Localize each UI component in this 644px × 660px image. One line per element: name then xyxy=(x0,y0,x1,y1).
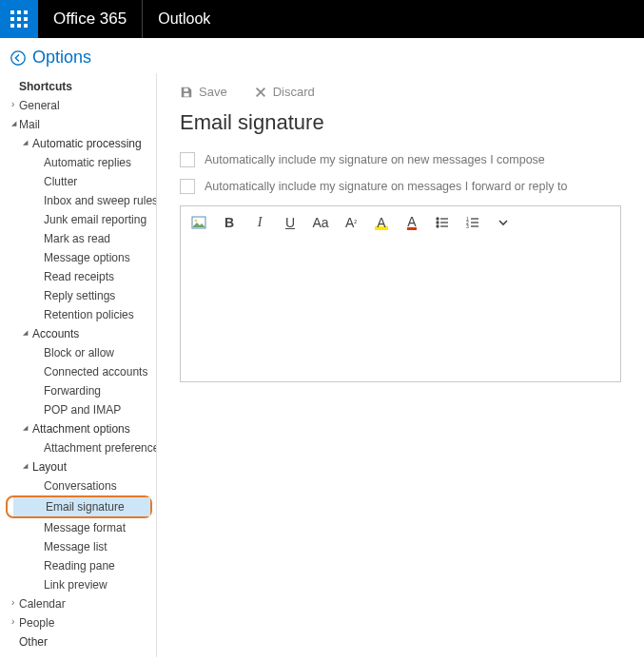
sidebar-junk[interactable]: Junk email reporting xyxy=(11,210,156,229)
checkbox-include-new-label: Automatically include my signature on ne… xyxy=(205,153,545,166)
more-options-button[interactable] xyxy=(495,214,512,231)
options-sidebar: Shortcuts General Mail Automatic process… xyxy=(0,73,157,657)
svg-point-14 xyxy=(437,222,439,223)
sidebar-link-preview[interactable]: Link preview xyxy=(11,575,156,594)
discard-button[interactable]: Discard xyxy=(254,85,315,99)
svg-point-11 xyxy=(195,220,198,223)
sidebar-forwarding[interactable]: Forwarding xyxy=(11,381,156,400)
sidebar-mark-read[interactable]: Mark as read xyxy=(11,229,156,248)
back-arrow-icon xyxy=(10,49,27,67)
checkbox-include-reply[interactable] xyxy=(180,179,195,194)
sidebar-connected-accounts[interactable]: Connected accounts xyxy=(11,362,156,381)
sidebar-auto-replies[interactable]: Automatic replies xyxy=(11,153,156,172)
sidebar-email-signature[interactable]: Email signature xyxy=(13,497,150,516)
app-launcher-icon[interactable] xyxy=(0,0,38,38)
sidebar-message-format[interactable]: Message format xyxy=(11,518,156,537)
svg-rect-5 xyxy=(24,17,28,21)
content-pane: Save Discard Email signature Automatical… xyxy=(157,73,644,657)
save-button[interactable]: Save xyxy=(180,85,227,99)
superscript-button[interactable]: A² xyxy=(342,214,360,231)
svg-text:3: 3 xyxy=(466,223,469,229)
sidebar-message-list[interactable]: Message list xyxy=(11,537,156,556)
back-options[interactable]: Options xyxy=(0,38,644,73)
font-color-button[interactable]: A xyxy=(403,214,420,231)
sidebar-conversations[interactable]: Conversations xyxy=(11,476,156,495)
svg-rect-0 xyxy=(10,10,14,14)
svg-rect-8 xyxy=(24,24,28,28)
sidebar-calendar[interactable]: Calendar xyxy=(11,594,156,613)
options-label: Options xyxy=(32,48,91,68)
checkbox-include-reply-label: Automatically include my signature on me… xyxy=(205,180,567,193)
underline-button[interactable]: U xyxy=(282,214,299,231)
italic-button[interactable]: I xyxy=(251,214,268,231)
save-icon xyxy=(180,86,193,99)
svg-point-16 xyxy=(437,225,439,227)
checkbox-include-new[interactable] xyxy=(180,152,195,167)
sidebar-mail[interactable]: Mail xyxy=(11,115,156,134)
font-size-button[interactable]: Aa xyxy=(312,214,329,231)
bold-button[interactable]: B xyxy=(221,214,238,231)
sidebar-reading-pane[interactable]: Reading pane xyxy=(11,556,156,575)
sidebar-general[interactable]: General xyxy=(11,96,156,115)
sidebar-read-receipts[interactable]: Read receipts xyxy=(11,267,156,286)
svg-rect-2 xyxy=(24,10,28,14)
editor-toolbar: B I U Aa A² A A 123 xyxy=(181,206,620,239)
sidebar-other[interactable]: Other xyxy=(11,632,156,651)
discard-icon xyxy=(254,86,267,99)
sidebar-people[interactable]: People xyxy=(11,613,156,632)
sidebar-layout[interactable]: Layout xyxy=(11,457,156,476)
sidebar-shortcuts[interactable]: Shortcuts xyxy=(11,77,156,96)
app-label: Outlook xyxy=(142,0,225,38)
discard-label: Discard xyxy=(273,85,315,99)
save-label: Save xyxy=(199,85,227,99)
sidebar-retention[interactable]: Retention policies xyxy=(11,305,156,324)
svg-rect-7 xyxy=(17,24,21,28)
sidebar-auto-processing[interactable]: Automatic processing xyxy=(11,134,156,153)
highlight-annotation: Email signature xyxy=(6,495,152,518)
sidebar-accounts[interactable]: Accounts xyxy=(11,324,156,343)
insert-image-icon[interactable] xyxy=(190,214,207,231)
highlight-button[interactable]: A xyxy=(373,214,390,231)
sidebar-reply-settings[interactable]: Reply settings xyxy=(11,286,156,305)
svg-rect-6 xyxy=(10,24,14,28)
bullet-list-button[interactable] xyxy=(434,214,451,231)
svg-rect-4 xyxy=(17,17,21,21)
sidebar-inbox-rules[interactable]: Inbox and sweep rules xyxy=(11,191,156,210)
brand-label: Office 365 xyxy=(38,10,142,29)
page-title: Email signature xyxy=(180,110,621,135)
svg-rect-3 xyxy=(10,17,14,21)
sidebar-clutter[interactable]: Clutter xyxy=(11,172,156,191)
sidebar-attach-prefs[interactable]: Attachment preferences xyxy=(11,438,156,457)
number-list-button[interactable]: 123 xyxy=(464,214,481,231)
svg-point-12 xyxy=(437,218,439,220)
svg-point-9 xyxy=(11,50,25,64)
sidebar-attach-options[interactable]: Attachment options xyxy=(11,419,156,438)
sidebar-message-options[interactable]: Message options xyxy=(11,248,156,267)
sidebar-block-allow[interactable]: Block or allow xyxy=(11,343,156,362)
svg-rect-1 xyxy=(17,10,21,14)
signature-editor[interactable]: B I U Aa A² A A 123 xyxy=(180,205,621,382)
sidebar-pop-imap[interactable]: POP and IMAP xyxy=(11,400,156,419)
